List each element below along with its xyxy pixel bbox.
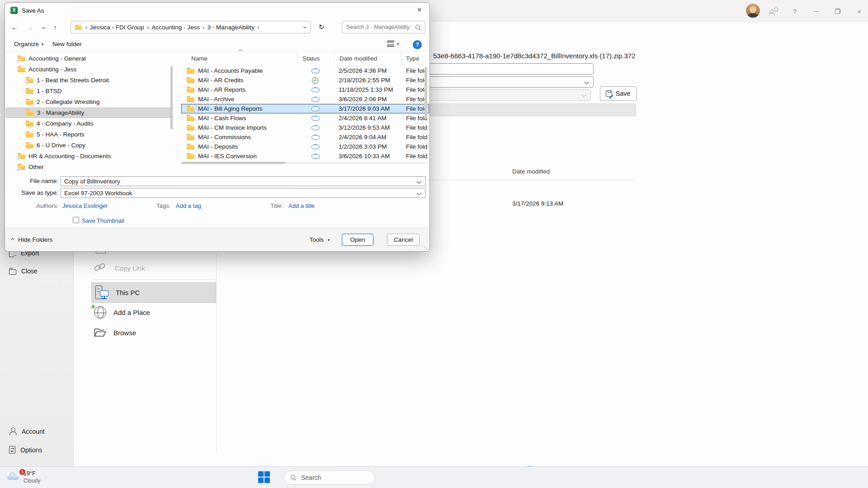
minimize-button[interactable] <box>810 5 822 17</box>
tree-item[interactable]: 4 - Company - Audits <box>6 118 170 129</box>
taskbar: 1 19°F Cloudy Search <box>0 466 868 488</box>
file-row[interactable]: MAI - IES Conversion3/6/2026 10:33 AMFil… <box>181 151 429 161</box>
breadcrumb-item[interactable]: Jessica - FDI Group <box>90 24 144 31</box>
cloud-status-icon <box>311 135 319 140</box>
close-file-icon <box>9 269 16 275</box>
desktop: ? × 53e8-6663-4178-a190-1e7d8c3d4372_Bil… <box>0 0 868 488</box>
help-icon[interactable]: ? <box>789 5 801 17</box>
file-row[interactable]: MAI - CM Invoice Imports3/12/2026 9:53 A… <box>181 123 429 132</box>
authors-value[interactable]: Jessica Esslinger <box>62 202 108 209</box>
address-dropdown-chevron[interactable] <box>303 25 307 28</box>
file-row[interactable]: MAI - Commissions2/4/2026 9:04 AMFile fo… <box>181 132 429 142</box>
taskbar-search-placeholder: Search <box>301 474 321 481</box>
resize-grip[interactable]: ⋱ <box>422 244 427 250</box>
recent-locations-chevron[interactable] <box>38 21 49 33</box>
refresh-button[interactable]: ↻ <box>316 21 327 33</box>
account-icon <box>9 427 17 435</box>
title-label: Title: <box>256 202 283 209</box>
tools-button[interactable]: Tools▾ <box>303 234 336 246</box>
file-row[interactable]: MAI - AR Reports11/18/2025 1:33 PMFile f… <box>181 85 429 94</box>
file-row[interactable]: MAI - Deposits1/2/2026 3:03 PMFile fold <box>181 142 429 151</box>
column-header-name[interactable]: Name <box>181 52 297 64</box>
back-button[interactable]: ← <box>9 21 20 33</box>
options-icon <box>9 446 15 454</box>
backstage-nav-close[interactable]: Close <box>9 267 38 275</box>
file-row-selected[interactable]: MAI - Bill Aging Reports3/17/2026 9:03 A… <box>181 104 429 113</box>
notification-badge: 1 <box>19 469 26 475</box>
shortcut-arrow-icon <box>17 157 20 160</box>
breadcrumb-item[interactable]: 3 - ManageAbility <box>208 24 255 31</box>
save-as-dialog: X Save As × ← → ↑ › Jessica - FDI Group … <box>5 2 430 252</box>
tree-item[interactable]: 6 - U Drive - Copy <box>6 140 170 150</box>
save-as-type-combo[interactable]: Excel 97-2003 Workbook <box>61 188 426 198</box>
avatar[interactable] <box>746 4 760 18</box>
restore-button[interactable] <box>832 5 844 17</box>
tree-item-selected[interactable]: 3 - ManageAbility <box>6 108 170 118</box>
taskbar-search[interactable]: Search <box>283 470 375 485</box>
file-row[interactable]: MAI - AR Credits✓2/18/2026 2:55 PMFile f… <box>181 75 429 85</box>
list-view-icon <box>387 41 394 47</box>
add-a-tag-link[interactable]: Add a tag <box>176 202 201 209</box>
save-thumbnail-checkbox[interactable] <box>73 217 79 223</box>
globe-plus-icon: + <box>94 306 106 319</box>
tree-item[interactable]: 1 - BTSD <box>6 86 170 96</box>
backstage-nav-options[interactable]: Options <box>9 446 42 454</box>
backstage-save-button[interactable]: Save <box>600 86 637 101</box>
search-box[interactable] <box>342 21 425 33</box>
tree-scrollbar[interactable] <box>170 66 173 129</box>
tree-item[interactable]: HR & Accounting - Documents <box>6 151 170 161</box>
breadcrumb-item[interactable]: Accounting - Jess <box>151 24 200 31</box>
list-horizontal-scrollbar[interactable] <box>181 162 427 164</box>
hide-folders-button[interactable]: Hide Folders <box>11 236 53 243</box>
file-row[interactable]: MAI - Accounts Payable2/5/2026 4:36 PMFi… <box>181 66 429 75</box>
folder-icon <box>75 24 81 29</box>
tree-item[interactable]: Other <box>6 162 170 172</box>
breadcrumb[interactable]: › Jessica - FDI Group › Accounting - Jes… <box>71 21 311 33</box>
column-header-date[interactable]: Date modified <box>334 52 400 64</box>
view-toggle-button[interactable]: ▾ <box>387 41 399 47</box>
tree-item[interactable]: 2 - Collegiate Wrestling <box>6 97 170 107</box>
excel-app-icon: X <box>10 7 18 14</box>
tree-item[interactable]: 1 - Beat the Streets Detroit <box>6 75 170 85</box>
this-pc-item[interactable]: This PC <box>91 282 216 303</box>
feedback-icon[interactable] <box>768 5 779 17</box>
file-name-combo[interactable]: Copy of BillInventory <box>61 176 426 186</box>
authors-label: Authors: <box>27 202 58 209</box>
shortcut-arrow-icon <box>17 59 20 62</box>
help-button[interactable]: ? <box>413 40 422 49</box>
browse-item[interactable]: Browse <box>94 328 136 337</box>
synced-status-icon: ✓ <box>312 77 318 84</box>
tree-item[interactable]: Accounting - Jess <box>6 64 170 75</box>
column-header-type[interactable]: Type <box>400 52 429 64</box>
dialog-close-button[interactable]: × <box>410 3 429 17</box>
shortcut-arrow-icon <box>25 81 28 84</box>
new-folder-button[interactable]: New folder <box>52 41 82 47</box>
chevron-up-icon <box>11 238 14 241</box>
organize-button[interactable]: Organize▾ <box>14 41 43 47</box>
weather-widget[interactable]: 1 19°F Cloudy <box>0 467 50 488</box>
add-a-title-link[interactable]: Add a title <box>288 202 315 209</box>
close-button[interactable]: × <box>854 5 865 17</box>
search-input[interactable] <box>342 21 425 33</box>
column-header-status[interactable]: Status <box>297 52 334 64</box>
file-row[interactable]: MAI - Cash Flows2/4/2026 8:41 AMFile fol… <box>181 113 429 123</box>
file-row[interactable]: MAI - Archive3/6/2026 2:06 PMFile fold <box>181 94 429 104</box>
backstage-date-modified-value: 3/17/2026 9:13 AM <box>512 200 563 207</box>
dialog-toolbar: Organize▾ New folder ▾ ? <box>5 38 429 52</box>
tree-item[interactable]: Accounting - General <box>6 53 170 64</box>
backstage-nav-account[interactable]: Account <box>9 427 45 435</box>
tree-item[interactable]: 5 - HAA - Reports <box>6 129 170 140</box>
browse-folder-icon <box>94 328 106 337</box>
add-a-place-item[interactable]: + Add a Place <box>94 306 150 319</box>
link-icon <box>94 263 108 273</box>
shortcut-arrow-icon <box>17 168 20 171</box>
start-button[interactable] <box>258 471 270 483</box>
cloud-status-icon <box>311 116 319 121</box>
cancel-button[interactable]: Cancel <box>387 234 420 246</box>
open-button[interactable]: Open <box>342 234 373 246</box>
list-vertical-scrollbar[interactable] <box>425 67 427 119</box>
cloud-status-icon <box>311 87 319 92</box>
search-icon <box>415 25 421 31</box>
up-button[interactable]: ↑ <box>49 21 61 33</box>
weather-condition: Cloudy <box>24 478 40 484</box>
